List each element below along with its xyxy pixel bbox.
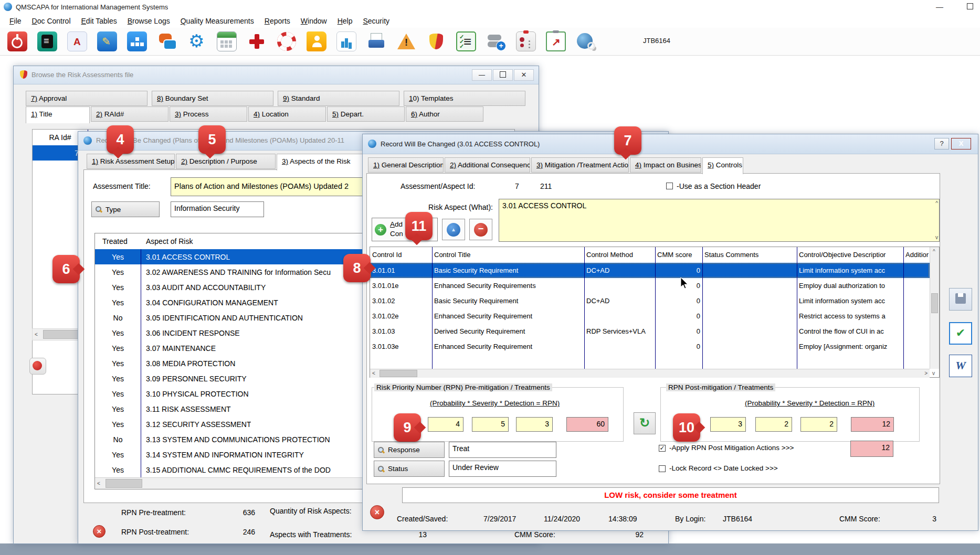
risk-aspect-field[interactable]: 3.01 ACCESS CONTROL ^ v xyxy=(499,199,940,242)
col-status-comments[interactable]: Status Comments xyxy=(704,251,795,259)
app-maximize-button[interactable] xyxy=(960,0,980,12)
browse-close-button[interactable]: ✕ xyxy=(514,69,534,81)
control-row[interactable]: 3.01.01 Basic Security Requirement DC+AD… xyxy=(370,263,930,278)
assessment-tab[interactable]: 3) Aspects of the Risk xyxy=(277,154,369,170)
rpn-post-probability[interactable]: 3 xyxy=(710,417,746,432)
col-cmm-score[interactable]: CMM score xyxy=(657,251,700,259)
control-tab[interactable]: 4) Impact on Business > xyxy=(630,157,701,173)
col-description[interactable]: Control/Objective Descriptior xyxy=(799,251,902,259)
response-field[interactable]: Treat xyxy=(449,442,556,458)
menu-item[interactable]: Doc Control xyxy=(27,15,76,27)
scroll-right-icon[interactable]: > xyxy=(924,370,928,376)
control-row[interactable]: 3.01.03e Enhanced Security Requirement 0… xyxy=(370,339,930,354)
type-field[interactable]: Information Security xyxy=(171,201,264,217)
menu-item[interactable]: Security xyxy=(357,15,395,27)
rpn-pre-detection[interactable]: 3 xyxy=(516,417,553,432)
word-export-button[interactable]: W xyxy=(949,355,972,377)
browse-window-titlebar[interactable]: Browse the Risk Assessments file — ✕ xyxy=(14,66,539,84)
control-window-titlebar[interactable]: Record Will Be Changed (3.01 ACCESS CONT… xyxy=(363,134,978,154)
status-field[interactable]: Under Review xyxy=(449,461,556,477)
recalculate-button[interactable]: ↻ xyxy=(634,412,656,434)
assessment-tab[interactable]: 1) Risk Assessment Setup xyxy=(87,154,175,169)
save-button[interactable] xyxy=(949,288,972,311)
scroll-up-icon[interactable]: ^ xyxy=(933,249,935,254)
gear-icon[interactable] xyxy=(187,31,207,51)
scroll-thumb[interactable] xyxy=(931,293,938,313)
response-lookup-button[interactable]: Response xyxy=(374,442,445,458)
menu-item[interactable]: File xyxy=(4,15,27,27)
browse-tab[interactable]: 8) Boundary Set xyxy=(152,91,273,106)
chat-icon[interactable] xyxy=(157,31,177,51)
scroll-down-icon[interactable]: v xyxy=(932,370,935,376)
menu-item[interactable]: Reports xyxy=(259,15,296,27)
app-minimize-button[interactable]: — xyxy=(929,1,950,13)
menu-item[interactable]: Browse Logs xyxy=(122,15,175,27)
menu-item[interactable]: Edit Tables xyxy=(76,15,122,27)
document-icon[interactable] xyxy=(37,31,57,51)
database-add-icon[interactable] xyxy=(486,31,506,51)
scroll-left-icon[interactable]: < xyxy=(97,481,100,486)
menu-item[interactable]: Window xyxy=(296,15,332,27)
lock-record-checkbox[interactable] xyxy=(659,465,666,472)
type-lookup-button[interactable]: Type xyxy=(91,201,160,217)
col-control-method[interactable]: Control Method xyxy=(586,251,653,259)
control-row[interactable]: 3.01.03 Derived Security Requirement RDP… xyxy=(370,324,930,339)
browse-tab[interactable]: 2) RAId# xyxy=(91,106,168,122)
shield-icon[interactable] xyxy=(426,31,446,51)
help-lifering-icon[interactable] xyxy=(277,31,297,51)
address-book-icon[interactable] xyxy=(307,31,326,51)
control-tab[interactable]: 3) Mitigation /Treatment Action > xyxy=(531,157,629,173)
clipboard-trend-icon[interactable] xyxy=(546,31,566,51)
control-tab[interactable]: 5) Controls xyxy=(702,157,743,174)
browse-minimize-button[interactable]: — xyxy=(472,69,492,81)
scroll-up-icon[interactable]: ^ xyxy=(935,200,938,206)
remove-control-button[interactable]: − xyxy=(469,219,492,240)
rpn-pre-probability[interactable]: 4 xyxy=(428,417,463,432)
control-row[interactable]: 3.01.02e Enhanced Security Requirement 0… xyxy=(370,308,930,324)
section-header-checkbox[interactable] xyxy=(666,183,673,189)
treated-column-header[interactable]: Treated xyxy=(102,237,128,246)
scroll-thumb[interactable] xyxy=(106,479,142,488)
col-control-title[interactable]: Control Title xyxy=(434,251,582,259)
apply-rpn-checkbox[interactable]: ✓ xyxy=(659,445,666,452)
menu-item[interactable]: Quality Measurements xyxy=(175,15,259,27)
rpn-post-severity[interactable]: 2 xyxy=(755,417,792,432)
browse-tab[interactable]: 4) Location xyxy=(248,106,326,122)
scroll-thumb[interactable] xyxy=(380,370,417,377)
browse-tab[interactable]: 3) Process xyxy=(170,106,247,122)
cancel-icon[interactable]: × xyxy=(370,505,384,519)
menu-item[interactable]: Help xyxy=(332,15,358,27)
pdf-document-icon[interactable] xyxy=(67,31,87,51)
grid-vscrollbar[interactable]: ^ xyxy=(930,247,939,369)
notebook-edit-icon[interactable] xyxy=(97,31,117,51)
cancel-icon[interactable]: × xyxy=(93,525,106,538)
blocks-icon[interactable] xyxy=(127,31,147,51)
move-up-button[interactable]: ▲ xyxy=(442,219,465,240)
help-button[interactable]: ? xyxy=(934,138,949,150)
control-tab[interactable]: 2) Additional Consequences > xyxy=(445,157,530,173)
status-lookup-button[interactable]: Status xyxy=(374,461,445,477)
aspect-column-header[interactable]: Aspect of Risk xyxy=(146,237,193,246)
add-plus-icon[interactable] xyxy=(247,31,267,51)
assessment-tab[interactable]: 2) Description / Purpose xyxy=(176,154,276,169)
printer-icon[interactable] xyxy=(366,31,386,51)
browse-tab[interactable]: 1) Title xyxy=(26,106,90,123)
scroll-down-icon[interactable]: v xyxy=(935,234,938,240)
browse-tab[interactable]: 6) Author xyxy=(406,106,483,122)
web-search-icon[interactable] xyxy=(576,31,596,51)
id-badge-icon[interactable] xyxy=(516,31,536,51)
browse-tab[interactable]: 9) Standard xyxy=(278,91,399,106)
close-button[interactable]: X xyxy=(951,138,971,150)
scroll-left-icon[interactable]: < xyxy=(35,332,38,337)
scroll-thumb[interactable] xyxy=(43,330,80,339)
col-additional[interactable]: Additior xyxy=(905,251,930,259)
rpn-pre-severity[interactable]: 5 xyxy=(472,417,509,432)
report-chart-icon[interactable] xyxy=(336,31,356,51)
power-icon[interactable] xyxy=(7,31,27,51)
scroll-left-icon[interactable]: < xyxy=(372,370,375,376)
calendar-icon[interactable] xyxy=(217,31,237,51)
grid-hscrollbar[interactable]: < > xyxy=(370,369,930,378)
rpn-post-detection[interactable]: 2 xyxy=(800,417,837,432)
browse-tab[interactable]: 10) Templates xyxy=(404,91,525,106)
browse-tab[interactable]: 5) Depart. xyxy=(327,106,405,122)
